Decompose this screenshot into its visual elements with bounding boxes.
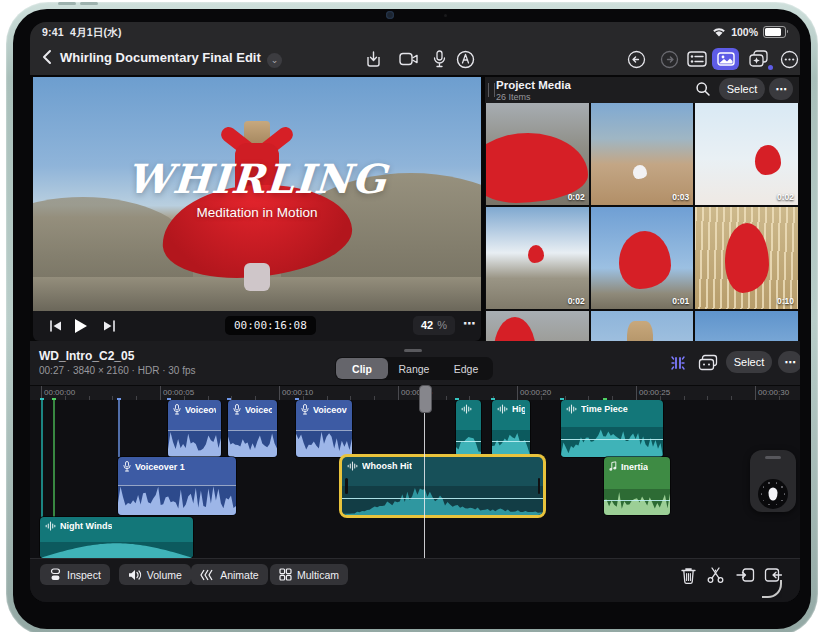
viewer-more-icon[interactable]: ⋯ (463, 316, 477, 331)
clip-connector-line (118, 400, 120, 457)
jog-dial[interactable] (758, 479, 788, 509)
clip-waveform (40, 542, 193, 558)
battery-percent: 100% (731, 26, 758, 38)
viewer: WHIRLING Meditation in Motion 00:00:16:0… (33, 77, 481, 341)
clip-volume-line[interactable] (492, 441, 530, 442)
timeline-clip-voiceover-3[interactable]: Voiceover 3 (296, 400, 352, 457)
jog-wheel[interactable] (750, 450, 796, 512)
timeline-clip-voiceover-1[interactable]: Voiceover 1 (118, 457, 236, 515)
media-grid: 0:020:030:020:020:010:10 (486, 103, 798, 341)
redo-icon[interactable] (658, 48, 680, 70)
clip-volume-line[interactable] (342, 498, 543, 499)
timecode-display[interactable]: 00:00:16:08 (225, 316, 316, 335)
clip-label: Inertia (621, 462, 648, 472)
export-icon[interactable] (362, 48, 384, 70)
playhead[interactable] (419, 385, 430, 559)
effects-badge-dot (768, 65, 773, 70)
inspect-button[interactable]: Inspect (40, 564, 110, 585)
ruler-label: 00:00:10 (282, 388, 313, 397)
panel-drag-handle[interactable] (488, 83, 495, 97)
multicam-button[interactable]: Multicam (270, 564, 348, 585)
timeline-drag-handle[interactable] (404, 349, 422, 352)
media-thumbnail[interactable]: 0:02 (486, 207, 589, 309)
back-button[interactable] (38, 47, 58, 67)
trash-icon[interactable] (678, 565, 698, 585)
edit-mode-segmented-control: Clip Range Edge (335, 357, 493, 380)
clip-label: Voiceover 2 (245, 405, 272, 415)
clip-duration: 0:01 (672, 296, 689, 306)
segment-edge[interactable]: Edge (440, 358, 492, 379)
media-thumbnail[interactable] (591, 311, 694, 341)
video-overlay-subtitle: Meditation in Motion (33, 205, 481, 220)
media-thumbnail[interactable]: 0:02 (486, 103, 589, 205)
timeline-clip-night-winds[interactable]: Night Winds (40, 517, 193, 558)
microphone-icon[interactable] (428, 48, 450, 70)
more-icon[interactable] (778, 48, 800, 70)
segment-range[interactable]: Range (388, 358, 440, 379)
clip-volume-line[interactable] (604, 500, 670, 501)
effects-icon[interactable] (746, 48, 772, 70)
media-thumbnail[interactable] (486, 311, 589, 341)
title-menu-chevron-icon[interactable]: ⌄ (267, 53, 282, 68)
timeline-clip-voiceover-2[interactable]: Voiceover 2 (228, 400, 277, 457)
media-thumbnail[interactable] (695, 311, 798, 341)
volume-down-button (80, 2, 98, 5)
jog-tick-dot (768, 482, 770, 484)
browser-icon[interactable] (686, 48, 708, 70)
media-thumbnail[interactable]: 0:10 (695, 207, 798, 309)
clip-label: Whoosh Hit (362, 461, 412, 471)
media-browser-icon[interactable] (712, 48, 739, 70)
timeline-clip-inertia[interactable]: Inertia (604, 457, 670, 515)
search-icon[interactable] (695, 81, 711, 97)
magnetic-timeline-icon[interactable] (668, 354, 688, 372)
clip-label: Time Piece (581, 404, 628, 414)
media-thumbnail[interactable]: 0:02 (695, 103, 798, 205)
status-indicators: 100% (712, 26, 786, 38)
camera-icon[interactable] (398, 48, 420, 70)
timeline-clip-time-piece[interactable]: Time Piece (561, 400, 663, 457)
timeline-clip--[interactable]: … (456, 400, 481, 457)
media-more-icon[interactable]: ⋯ (769, 78, 793, 100)
play-button[interactable] (73, 318, 88, 334)
video-overlay-title: WHIRLING (33, 155, 481, 202)
timeline-clip-high-[interactable]: High… (492, 400, 530, 457)
timeline-ruler[interactable]: 00:00:0000:00:0500:00:1000:00:1500:00:20… (30, 385, 800, 401)
mic-icon (301, 404, 309, 415)
clip-waveform (168, 430, 221, 457)
figure-red (619, 231, 671, 289)
media-select-button[interactable]: Select (719, 78, 765, 100)
playhead-grip[interactable] (419, 385, 432, 413)
skip-back-icon[interactable] (49, 320, 62, 332)
timeline-more-icon[interactable]: ⋯ (778, 351, 800, 373)
insert-icon[interactable] (735, 565, 755, 585)
viewer-video[interactable]: WHIRLING Meditation in Motion (33, 77, 481, 311)
jog-tick-dot (761, 493, 763, 495)
ruler-label: 00:00:30 (758, 388, 789, 397)
trim-handle[interactable] (345, 478, 348, 494)
pencil-icon[interactable] (454, 48, 476, 70)
ruler-label: 00:00:20 (520, 388, 551, 397)
media-thumbnail[interactable]: 0:03 (591, 103, 694, 205)
project-title[interactable]: Whirling Documentary Final Edit (60, 50, 261, 65)
trim-handle[interactable] (538, 478, 541, 494)
timeline-clip-voiceover-2[interactable]: Voiceover 2 (168, 400, 221, 457)
blade-icon[interactable] (705, 565, 725, 585)
wave-icon (497, 404, 508, 414)
jog-drag-handle[interactable] (765, 456, 781, 459)
overlay-clips-icon[interactable] (698, 354, 718, 371)
viewer-zoom-level[interactable]: 42% (413, 316, 455, 335)
clip-label: Night Winds (60, 521, 112, 531)
skip-forward-icon[interactable] (103, 320, 116, 332)
media-thumbnail[interactable]: 0:01 (591, 207, 694, 309)
jog-tick-dot (784, 493, 786, 495)
animate-button[interactable]: Animate (191, 564, 268, 585)
segment-clip[interactable]: Clip (336, 358, 388, 379)
clip-volume-line[interactable] (456, 441, 481, 442)
figure-red (725, 223, 769, 293)
undo-icon[interactable] (625, 48, 647, 70)
clip-volume-line[interactable] (561, 439, 663, 440)
timeline-select-button[interactable]: Select (726, 351, 772, 373)
volume-button[interactable]: Volume (119, 564, 191, 585)
timeline-clip-whoosh-hit[interactable]: Whoosh Hit (342, 457, 543, 515)
clip-label: Voiceover 2 (185, 405, 216, 415)
